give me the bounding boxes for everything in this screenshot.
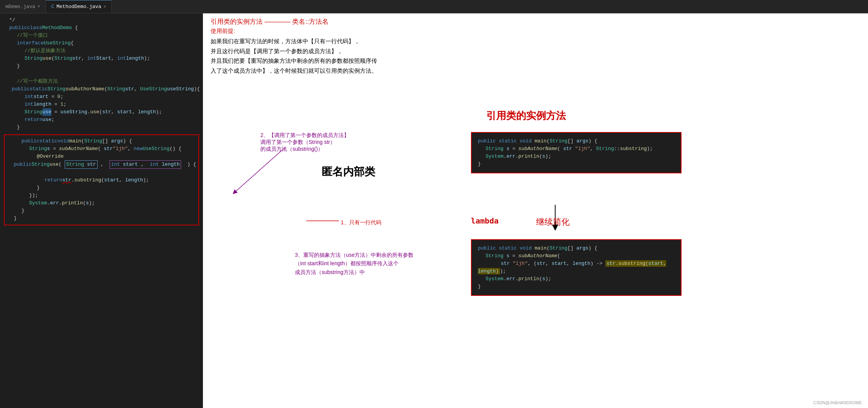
code-main-6: return str.substring(start, length);	[5, 176, 198, 184]
code-panel: */ public class MethodDemo { //写一个接口 int…	[0, 13, 203, 408]
code-line-6: String use(String str, int Start, int le…	[0, 55, 203, 62]
watermark: CSDN@JH&HANDSOME	[813, 400, 862, 405]
code-line-13: String use = useString.use(str, start, l…	[0, 108, 203, 116]
code-line-8	[0, 70, 203, 78]
red-code-block: public static void main(String[] args) {…	[4, 134, 199, 225]
tab-methoddemo-label: MethodDemo.java	[56, 4, 101, 10]
right-box1: public static void main(String[] args) {…	[471, 132, 682, 173]
tab-methoddemo[interactable]: C MethodDemo.java ×	[46, 0, 112, 13]
code-line-11: int start = 0;	[0, 93, 203, 101]
right-box2: public static void main(String[] args) {…	[471, 239, 682, 296]
miming-label: 匿名内部类	[322, 165, 375, 179]
lambda-label: lambda	[471, 216, 499, 225]
code-main-10: }	[5, 207, 198, 215]
annotation-2: 2、【调用了第一个参数的成员方法】 调用了第一个参数（String str） 的…	[260, 132, 349, 153]
code-line-5: //默认是抽象方法	[0, 47, 203, 55]
code-main-8: });	[5, 192, 198, 199]
tab-icon: C	[51, 4, 54, 10]
code-line-2: public class MethodDemo {	[0, 24, 203, 32]
explanation-top: 引用类的实例方法 ———— 类名::方法名 使用前提: 如果我们在重写方法的时候…	[211, 17, 414, 75]
code-main-2: String s = subAuthorName( str "ljh", new…	[5, 145, 198, 153]
code-line-12: int length = 1;	[0, 101, 203, 108]
code-line-10: public static String subAuthorName(Strin…	[0, 85, 203, 93]
tab-mdemo-label: mDemo.java	[5, 4, 35, 10]
continue-label: 继续简化	[536, 216, 570, 228]
tab-methoddemo-close[interactable]: ×	[103, 5, 106, 9]
explanation-premise: 使用前提:	[211, 28, 414, 35]
code-main-5	[5, 169, 198, 176]
right-title: 引用类的实例方法	[486, 109, 566, 122]
explanation-title: 引用类的实例方法 ———— 类名::方法名	[211, 17, 414, 26]
annotation-1: 1、只有一行代码	[341, 219, 381, 226]
code-line-15: }	[0, 124, 203, 131]
code-main-4: public String use( String str , int star…	[5, 160, 198, 169]
code-main-9: System.err.println(s);	[5, 199, 198, 207]
code-line-14: return use;	[0, 116, 203, 124]
explanation-panel: 引用类的实例方法 ———— 类名::方法名 使用前提: 如果我们在重写方法的时候…	[203, 13, 868, 408]
main-content: */ public class MethodDemo { //写一个接口 int…	[0, 13, 868, 408]
code-main-1: public static void main(String[] args) {	[5, 137, 198, 145]
annotation-3: 3、重写的抽象方法（use方法）中剩余的所有参数 （int start和int …	[295, 251, 414, 276]
tab-bar: mDemo.java × C MethodDemo.java ×	[0, 0, 868, 13]
code-main-3: @Override	[5, 153, 198, 160]
svg-line-2	[234, 147, 285, 193]
tab-mdemo[interactable]: mDemo.java ×	[0, 0, 46, 13]
code-line-1: */	[0, 16, 203, 24]
code-main-11: }	[5, 215, 198, 222]
code-main-7: }	[5, 184, 198, 192]
code-line-3: //写一个接口	[0, 32, 203, 39]
tab-mdemo-close[interactable]: ×	[38, 4, 40, 9]
code-line-4: interface UseString{	[0, 39, 203, 47]
code-line-7: }	[0, 62, 203, 70]
code-line-9: //写一个截取方法	[0, 78, 203, 85]
explanation-text: 如果我们在重写方法的时候，方法体中【只有一行代码】， 并且这行代码是【调用了第一…	[211, 36, 414, 75]
